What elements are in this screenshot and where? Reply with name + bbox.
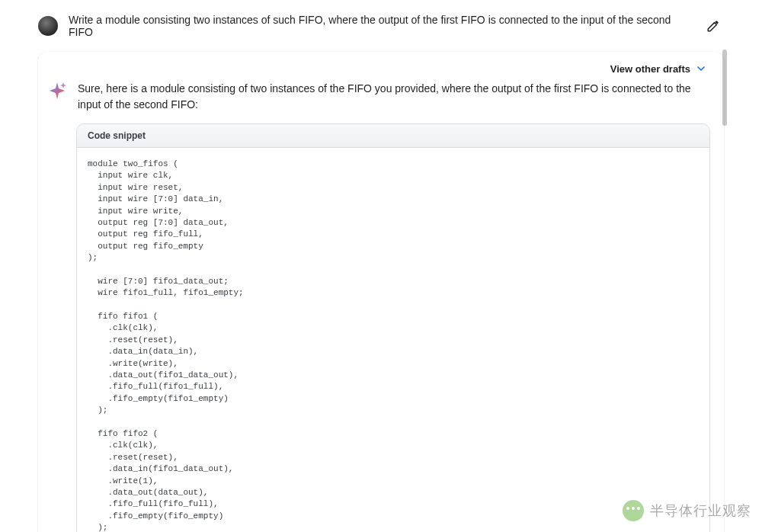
user-avatar (38, 16, 58, 36)
code-header: Code snippet (77, 124, 709, 148)
pencil-icon (706, 19, 720, 33)
answer-card: View other drafts (38, 52, 724, 532)
chevron-down-icon (695, 62, 707, 75)
user-prompt-row: Write a module consisting two instances … (38, 6, 724, 49)
view-other-drafts-button[interactable]: View other drafts (38, 62, 724, 81)
code-content: module two_fifos ( input wire clk, input… (88, 159, 699, 532)
bard-sparkle-icon (47, 81, 67, 101)
user-prompt-text: Write a module consisting two instances … (69, 14, 692, 38)
edit-prompt-button[interactable] (703, 15, 724, 37)
answer-intro-text: Sure, here is a module consisting of two… (78, 81, 707, 113)
scrollbar-thumb[interactable] (722, 50, 727, 126)
scrollbar[interactable] (722, 46, 728, 532)
code-snippet-card: Code snippet module two_fifos ( input wi… (76, 123, 710, 532)
view-other-drafts-label: View other drafts (610, 63, 690, 75)
